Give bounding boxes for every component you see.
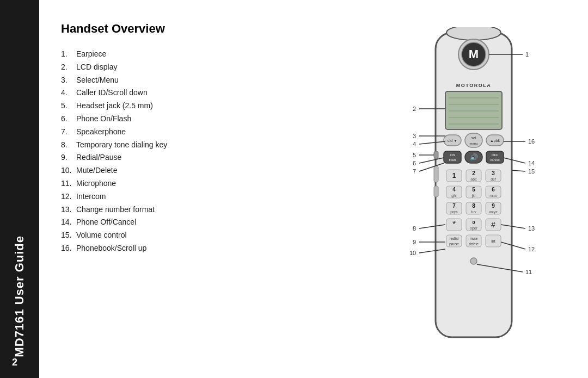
svg-text:M: M: [469, 47, 479, 61]
svg-text:1: 1: [525, 51, 529, 58]
svg-rect-14: [465, 133, 482, 147]
item-label: Temporary tone dialing key: [76, 139, 387, 152]
item-number: 1.: [61, 48, 76, 61]
item-label: Change number format: [76, 203, 387, 216]
item-number: 10.: [61, 164, 76, 177]
svg-text:flash: flash: [449, 158, 456, 162]
svg-text:8: 8: [413, 225, 416, 232]
svg-text:6: 6: [492, 187, 495, 193]
list-item: 9.Redial/Pause: [61, 151, 387, 164]
svg-text:9: 9: [492, 203, 495, 209]
svg-point-68: [470, 258, 477, 264]
svg-text:🔊: 🔊: [470, 153, 478, 161]
item-label: Intercom: [76, 190, 387, 203]
item-label: LCD display: [76, 61, 387, 74]
page-title: Handset Overview: [61, 22, 387, 36]
svg-text:*: *: [452, 220, 456, 229]
item-number: 2.: [61, 61, 76, 74]
list-item: 15.Volume control: [61, 229, 387, 242]
svg-text:12: 12: [528, 246, 535, 252]
svg-text:wxyz: wxyz: [488, 210, 498, 214]
list-item: 4.Caller ID/Scroll down: [61, 86, 387, 100]
item-label: Microphone: [76, 177, 387, 190]
item-label: Headset jack (2.5 mm): [76, 100, 387, 113]
svg-text:13: 13: [528, 225, 535, 232]
item-label: Phone Off/Cancel: [76, 216, 387, 229]
sidebar-title: MD7161 User Guide: [13, 236, 27, 357]
svg-text:redial: redial: [450, 237, 458, 240]
item-number: 4.: [61, 86, 76, 100]
text-column: Handset Overview 1.Earpiece2.LCD display…: [61, 22, 397, 362]
item-number: 16.: [61, 242, 76, 255]
svg-text:oper: oper: [470, 226, 478, 231]
item-number: 6.: [61, 113, 76, 126]
list-item: 2.LCD display: [61, 61, 387, 74]
item-number: 3.: [61, 74, 76, 87]
svg-text:16: 16: [528, 138, 535, 145]
svg-text:9: 9: [413, 239, 416, 245]
svg-text:tuv: tuv: [471, 210, 476, 214]
item-number: 14.: [61, 216, 76, 229]
list-item: 14.Phone Off/Cancel: [61, 216, 387, 229]
list-item: 6.Phone On/Flash: [61, 113, 387, 126]
list-item: 8.Temporary tone dialing key: [61, 139, 387, 152]
list-item: 7.Speakerphone: [61, 126, 387, 139]
svg-text:1: 1: [452, 172, 456, 179]
svg-text:pause: pause: [449, 242, 459, 246]
item-number: 15.: [61, 229, 76, 242]
svg-text:11: 11: [525, 269, 532, 275]
svg-text:MOTOROLA: MOTOROLA: [456, 83, 491, 88]
list-item: 13.Change number format: [61, 203, 387, 216]
item-label: Earpiece: [76, 48, 387, 61]
svg-point-1: [446, 27, 501, 40]
svg-text:cancel: cancel: [490, 158, 499, 162]
phone-diagram: M MOTOROLA cid ▼ sel menu ▲pbk: [403, 27, 566, 343]
item-label: Select/Menu: [76, 74, 387, 87]
svg-text:2: 2: [413, 106, 416, 112]
svg-rect-0: [436, 33, 512, 337]
svg-text:ON: ON: [450, 153, 455, 157]
svg-text:3: 3: [492, 170, 495, 176]
list-item: 10.Mute/Delete: [61, 164, 387, 177]
svg-text:def: def: [491, 177, 496, 181]
svg-text:mute: mute: [470, 237, 478, 240]
page-number: 2: [12, 357, 17, 368]
svg-rect-69: [434, 166, 438, 182]
svg-text:4: 4: [452, 187, 456, 193]
svg-text:pqrs: pqrs: [450, 210, 458, 214]
svg-text:10: 10: [409, 250, 416, 256]
svg-text:5: 5: [472, 187, 475, 193]
svg-text:15: 15: [528, 168, 535, 175]
list-item: 5.Headset jack (2.5 mm): [61, 100, 387, 113]
svg-text:jkl: jkl: [471, 194, 476, 198]
item-number: 5.: [61, 100, 76, 113]
item-label: Speakerphone: [76, 126, 387, 139]
sidebar: MD7161 User Guide: [0, 0, 39, 378]
svg-text:▲pbk: ▲pbk: [490, 139, 500, 143]
item-label: Phone On/Flash: [76, 113, 387, 126]
svg-rect-70: [434, 186, 438, 197]
svg-text:#: #: [491, 220, 495, 229]
svg-text:delete: delete: [469, 242, 479, 246]
svg-rect-71: [434, 151, 438, 159]
item-number: 13.: [61, 203, 76, 216]
svg-text:abc: abc: [470, 177, 477, 181]
svg-text:menu: menu: [469, 142, 477, 145]
list-item: 12.Intercom: [61, 190, 387, 203]
svg-text:6: 6: [413, 160, 416, 166]
svg-text:OFF: OFF: [492, 153, 498, 157]
svg-text:7: 7: [413, 168, 416, 175]
svg-text:cid ▼: cid ▼: [448, 139, 457, 142]
list-item: 1.Earpiece: [61, 48, 387, 61]
item-number: 8.: [61, 139, 76, 152]
item-label: Caller ID/Scroll down: [76, 86, 387, 100]
svg-text:7: 7: [452, 203, 456, 209]
list-item: 16.Phonebook/Scroll up: [61, 242, 387, 255]
list-item: 11.Microphone: [61, 177, 387, 190]
svg-text:mno: mno: [489, 194, 497, 197]
svg-text:3: 3: [413, 133, 416, 139]
svg-text:ghi: ghi: [451, 194, 457, 198]
item-number: 12.: [61, 190, 76, 203]
item-label: Redial/Pause: [76, 151, 387, 164]
item-label: Volume control: [76, 229, 387, 242]
